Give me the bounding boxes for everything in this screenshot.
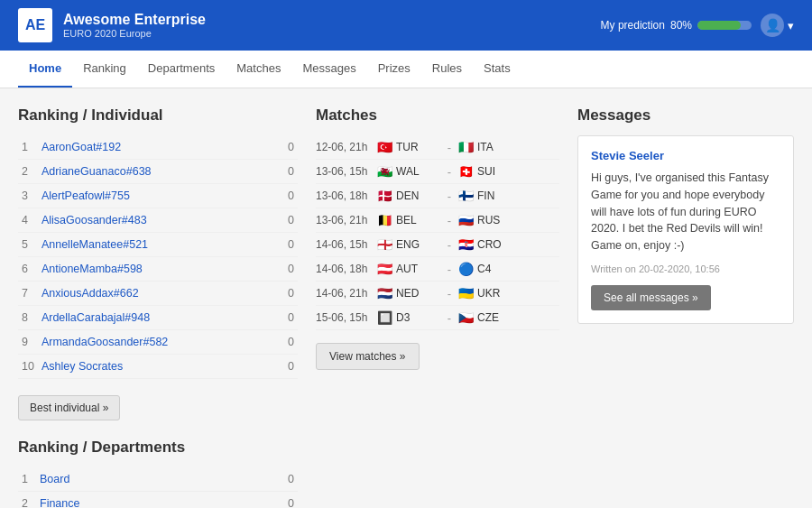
table-row: 8 ArdellaCarabajal#948 0 [18, 306, 298, 330]
match-score: - [440, 263, 458, 276]
table-row: 9 ArmandaGoosander#582 0 [18, 330, 298, 355]
team2-name: CRO [477, 238, 502, 251]
match-date: 13-06, 15h [316, 165, 377, 178]
rank-number: 5 [18, 233, 38, 257]
team2-flag: 🇭🇷 [458, 237, 474, 252]
player-name[interactable]: ArmandaGoosander#582 [38, 330, 271, 355]
brand-sub: EURO 2020 Europe [63, 28, 206, 39]
team2-name: SUI [477, 165, 495, 178]
player-score: 0 [271, 208, 298, 233]
nav-departments[interactable]: Departments [137, 51, 226, 88]
nav-rules[interactable]: Rules [421, 51, 473, 88]
nav-messages[interactable]: Messages [291, 51, 366, 88]
match-row[interactable]: 13-06, 15h 🏴󠁧󠁢󠁷󠁬󠁳󠁿 WAL - 🇨🇭 SUI [316, 160, 559, 184]
player-name[interactable]: AnnelleManatee#521 [38, 233, 271, 257]
messages-title: Messages [577, 106, 794, 125]
match-date: 12-06, 21h [316, 141, 377, 153]
player-name[interactable]: AlisaGoosander#483 [38, 208, 271, 233]
player-name[interactable]: Ashley Socrates [38, 355, 271, 379]
match-row[interactable]: 14-06, 18h 🇦🇹 AUT - 🔵 C4 [316, 257, 559, 282]
match-row[interactable]: 13-06, 21h 🇧🇪 BEL - 🇷🇺 RUS [316, 208, 559, 233]
rank-number: 3 [18, 184, 38, 208]
table-row: 5 AnnelleManatee#521 0 [18, 233, 298, 257]
main-content: Ranking / Individual 1 AaronGoat#192 02 … [0, 88, 812, 508]
prediction-bar-inner [697, 21, 741, 30]
view-matches-button[interactable]: View matches » [316, 343, 420, 370]
user-button[interactable]: 👤 ▾ [761, 14, 794, 37]
message-author[interactable]: Stevie Seeler [591, 149, 780, 162]
team2: 🇨🇿 CZE [458, 310, 521, 325]
nav-matches[interactable]: Matches [226, 51, 291, 88]
prediction-bar-outer [697, 21, 752, 30]
match-row[interactable]: 15-06, 15h 🔲 D3 - 🇨🇿 CZE [316, 306, 559, 330]
team2-name: UKR [477, 287, 500, 300]
team2-name: RUS [477, 214, 500, 226]
rank-number: 1 [18, 135, 38, 160]
player-name[interactable]: AdrianeGuanaco#638 [38, 160, 271, 184]
rank-number: 8 [18, 306, 38, 330]
prediction-label: My prediction [601, 19, 665, 32]
player-name[interactable]: ArdellaCarabajal#948 [38, 306, 271, 330]
col-left: Ranking / Individual 1 AaronGoat#192 02 … [18, 106, 298, 508]
team2-flag: 🇨🇭 [458, 164, 474, 179]
dept-name[interactable]: Finance [36, 492, 271, 509]
player-name[interactable]: AnxiousAddax#662 [38, 282, 271, 306]
team1: 🇩🇰 DEN [377, 189, 440, 203]
team2-name: FIN [477, 189, 494, 202]
message-text: Hi guys, I've organised this Fantasy Gam… [591, 170, 780, 254]
match-date: 13-06, 21h [316, 214, 377, 226]
team1: 🇧🇪 BEL [377, 213, 440, 227]
match-row[interactable]: 12-06, 21h 🇹🇷 TUR - 🇮🇹 ITA [316, 135, 559, 160]
table-row: 10 Ashley Socrates 0 [18, 355, 298, 379]
team1-flag: 🇩🇰 [377, 189, 392, 203]
rank-number: 4 [18, 208, 38, 233]
nav-prizes[interactable]: Prizes [367, 51, 421, 88]
best-individual-button[interactable]: Best individual » [18, 395, 120, 420]
rank-number: 2 [18, 492, 36, 509]
team1-name: ENG [396, 238, 420, 251]
team2-name: CZE [477, 311, 499, 324]
match-score: - [440, 214, 458, 227]
dept-score: 0 [271, 492, 298, 509]
team2: 🇨🇭 SUI [458, 164, 521, 179]
match-row[interactable]: 13-06, 18h 🇩🇰 DEN - 🇫🇮 FIN [316, 184, 559, 208]
team1-name: NED [396, 287, 419, 300]
match-row[interactable]: 14-06, 15h 🏴󠁧󠁢󠁥󠁮󠁧󠁿 ENG - 🇭🇷 CRO [316, 233, 559, 257]
nav-stats[interactable]: Stats [473, 51, 521, 88]
player-name[interactable]: AaronGoat#192 [38, 135, 271, 160]
team1-flag: 🇳🇱 [377, 286, 392, 300]
player-name[interactable]: AntioneMamba#598 [38, 257, 271, 282]
rank-number: 9 [18, 330, 38, 355]
table-row: 1 AaronGoat#192 0 [18, 135, 298, 160]
nav-ranking[interactable]: Ranking [72, 51, 137, 88]
team2-flag: 🇺🇦 [458, 286, 474, 300]
header-left: AE Awesome Enterprise EURO 2020 Europe [18, 8, 206, 42]
rank-number: 2 [18, 160, 38, 184]
team2-flag: 🇷🇺 [458, 213, 474, 227]
rank-number: 7 [18, 282, 38, 306]
see-all-messages-button[interactable]: See all messages » [591, 285, 711, 310]
ranking-departments-title: Ranking / Departments [18, 439, 298, 457]
match-row[interactable]: 14-06, 21h 🇳🇱 NED - 🇺🇦 UKR [316, 282, 559, 306]
match-score: - [440, 311, 458, 325]
brand-info: Awesome Enterprise EURO 2020 Europe [63, 12, 206, 39]
nav: Home Ranking Departments Matches Message… [0, 51, 812, 88]
dept-name[interactable]: Board [36, 467, 271, 492]
team2: 🇮🇹 ITA [458, 140, 521, 154]
ranking-departments-table: 1 Board 02 Finance 03 HR 04 IT 05 [18, 467, 298, 508]
dept-score: 0 [271, 467, 298, 492]
player-score: 0 [271, 233, 298, 257]
player-name[interactable]: AlertPeafowl#755 [38, 184, 271, 208]
team2-flag: 🇫🇮 [458, 189, 474, 203]
team2: 🇫🇮 FIN [458, 189, 521, 203]
player-score: 0 [271, 257, 298, 282]
team1-name: BEL [396, 214, 417, 226]
prediction-value: 80% [670, 19, 692, 32]
team1: 🏴󠁧󠁢󠁷󠁬󠁳󠁿 WAL [377, 164, 440, 179]
player-score: 0 [271, 330, 298, 355]
player-score: 0 [271, 282, 298, 306]
player-score: 0 [271, 306, 298, 330]
nav-home[interactable]: Home [18, 51, 72, 88]
match-date: 15-06, 15h [316, 311, 377, 324]
team1-flag: 🔲 [377, 310, 392, 325]
